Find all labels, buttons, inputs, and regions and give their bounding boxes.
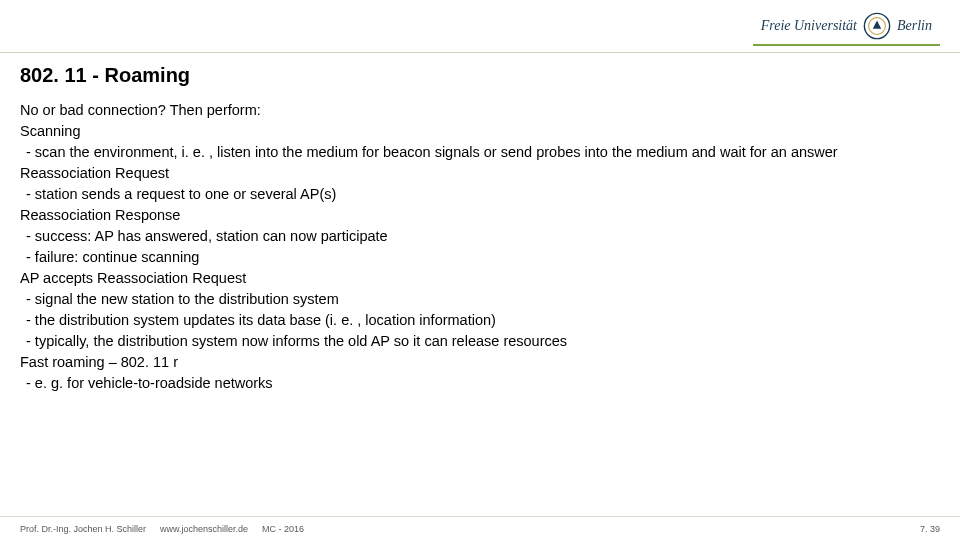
logo-text-right: Berlin [897,18,932,34]
bullet-item: station sends a request to one or severa… [20,184,940,205]
slide-body: No or bad connection? Then perform: Scan… [20,100,940,394]
header-bar: Freie Universität Berlin [0,0,960,52]
slide-title: 802. 11 - Roaming [20,64,190,87]
section-heading: Fast roaming – 802. 11 r [20,352,940,373]
bullet-item: failure: continue scanning [20,247,940,268]
section-heading: AP accepts Reassociation Request [20,268,940,289]
seal-icon [863,12,891,40]
bullet-item: e. g. for vehicle-to-roadside networks [20,373,940,394]
section-heading: Reassociation Request [20,163,940,184]
section-heading: Reassociation Response [20,205,940,226]
bullet-item: the distribution system updates its data… [20,310,940,331]
bullet-item: typically, the distribution system now i… [20,331,940,352]
bullet-item: success: AP has answered, station can no… [20,226,940,247]
intro-line: No or bad connection? Then perform: [20,100,940,121]
university-logo: Freie Universität Berlin [753,10,940,46]
footer-course: MC - 2016 [262,524,304,534]
footer-url: www.jochenschiller.de [160,524,248,534]
header-rule [0,52,960,53]
section-heading: Scanning [20,121,940,142]
footer-page-number: 7. 39 [920,524,940,534]
bullet-item: signal the new station to the distributi… [20,289,940,310]
logo-text-left: Freie Universität [761,18,857,34]
footer-author: Prof. Dr.-Ing. Jochen H. Schiller [20,524,146,534]
slide-footer: Prof. Dr.-Ing. Jochen H. Schiller www.jo… [0,516,960,540]
bullet-item: scan the environment, i. e. , listen int… [20,142,940,163]
